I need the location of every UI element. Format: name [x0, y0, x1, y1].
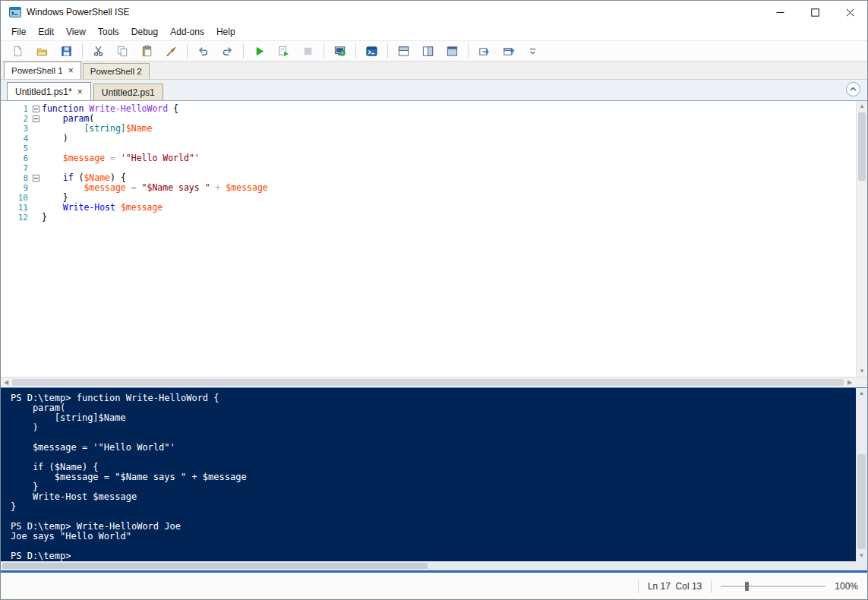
line-number: 9 — [1, 183, 30, 193]
menu-item-tools[interactable]: Tools — [92, 24, 125, 39]
editor-vertical-scrollbar[interactable]: ▲ ▼ — [856, 101, 867, 377]
console-line: $message = "$Name says " + $message — [11, 472, 852, 482]
collapse-script-pane-button[interactable] — [846, 82, 860, 96]
save-script-button[interactable] — [55, 42, 77, 60]
zoom-slider-track — [721, 586, 825, 587]
toolbar-separator — [355, 43, 356, 58]
fold-gutter — [30, 134, 42, 144]
start-powershell-button[interactable] — [361, 42, 382, 60]
open-script-button[interactable] — [31, 42, 52, 60]
token-var: $Name — [84, 172, 110, 183]
undo-button[interactable] — [192, 42, 213, 60]
editor-hscroll-thumb[interactable] — [12, 379, 844, 386]
fold-collapse-button[interactable] — [30, 114, 42, 124]
line-number: 6 — [1, 153, 30, 163]
token-op: = — [105, 153, 121, 163]
token-pl — [42, 123, 84, 134]
line-number: 8 — [1, 173, 30, 183]
code-text[interactable]: } — [42, 213, 47, 223]
fold-minus-icon — [33, 115, 39, 122]
scroll-up-icon[interactable]: ▲ — [857, 101, 867, 112]
script-pane-max-button[interactable] — [441, 42, 462, 60]
token-pl: ) — [42, 133, 68, 144]
console-scroll-down-icon[interactable]: ▼ — [856, 551, 867, 561]
powershell-tab-2[interactable]: PowerShell 2 — [83, 63, 150, 79]
cut-icon — [92, 45, 105, 58]
run-selection-icon — [277, 45, 290, 58]
fold-gutter — [30, 213, 42, 223]
console-vscroll-thumb[interactable] — [857, 454, 866, 549]
token-var: $message — [226, 182, 267, 193]
paste-button[interactable] — [136, 42, 157, 60]
code-text[interactable]: ) — [42, 134, 68, 144]
code-text[interactable]: $message = "$Name says " + $message — [42, 183, 268, 193]
fold-collapse-button[interactable] — [30, 104, 42, 114]
fold-collapse-button[interactable] — [30, 173, 42, 183]
powershell-tab-1[interactable]: PowerShell 1× — [4, 62, 81, 79]
scroll-right-icon[interactable]: ▶ — [844, 377, 855, 387]
powershell-ise-app-icon[interactable] — [8, 5, 22, 19]
token-pl — [115, 202, 121, 213]
close-button[interactable] — [832, 1, 867, 24]
menu-item-edit[interactable]: Edit — [32, 24, 60, 39]
console-line: Joe says "Hello World" — [11, 532, 852, 542]
console-horizontal-scrollbar[interactable] — [1, 561, 867, 570]
zoom-slider-thumb[interactable] — [745, 582, 749, 591]
show-command-window-icon — [478, 45, 491, 58]
script-pane-top-button[interactable] — [393, 42, 414, 60]
show-script-pane-button[interactable] — [497, 42, 519, 60]
console-pane[interactable]: PS D:\temp> function Write-HelloWord { p… — [1, 387, 867, 561]
script-pane-right-button[interactable] — [417, 42, 438, 60]
console-hscroll-thumb[interactable] — [2, 563, 428, 569]
toolbar-overflow-button[interactable] — [522, 42, 543, 60]
powershell-tab-bar: PowerShell 1×PowerShell 2 — [1, 62, 867, 80]
fold-gutter — [30, 144, 42, 153]
new-remote-powershell-tab-button[interactable] — [329, 42, 350, 60]
code-text[interactable]: $message = '"Hello World"' — [42, 153, 200, 163]
copy-button[interactable] — [112, 42, 133, 60]
toolbar-separator — [324, 43, 324, 58]
menu-item-help[interactable]: Help — [210, 24, 241, 39]
script-file-tab-2[interactable]: Untitled2.ps1 — [93, 84, 163, 100]
minimize-button[interactable] — [762, 1, 797, 24]
run-script-button[interactable] — [248, 42, 270, 60]
stop-operation-button[interactable] — [297, 42, 318, 60]
editor-line: 7 — [1, 163, 867, 173]
editor-line: 3 [string]$Name — [1, 124, 867, 134]
editor-horizontal-scrollbar[interactable]: ◀ ▶ — [1, 377, 867, 387]
menu-item-view[interactable]: View — [60, 24, 92, 39]
script-editor[interactable]: 1function Write-HelloWord {2 param(3 [st… — [1, 100, 867, 377]
editor-line: 4 ) — [1, 134, 867, 144]
tab-close-icon[interactable]: × — [68, 67, 74, 74]
close-icon — [846, 8, 854, 17]
zoom-slider[interactable] — [721, 579, 825, 593]
run-script-icon — [253, 45, 266, 58]
editor-line: 1function Write-HelloWord { — [1, 104, 867, 114]
scroll-left-icon[interactable]: ◀ — [1, 377, 11, 387]
console-scroll-up-icon[interactable]: ▲ — [856, 388, 867, 399]
clear-console-button[interactable] — [160, 42, 181, 60]
new-script-button[interactable] — [7, 42, 28, 60]
menu-item-debug[interactable]: Debug — [125, 24, 164, 39]
menu-item-add-ons[interactable]: Add-ons — [164, 24, 210, 39]
scroll-down-icon[interactable]: ▼ — [857, 366, 867, 377]
show-command-window-button[interactable] — [473, 42, 494, 60]
editor-vscroll-thumb[interactable] — [858, 112, 866, 181]
line-number: 2 — [1, 114, 30, 124]
start-powershell-icon — [365, 45, 378, 58]
code-text[interactable]: Write-Host $message — [42, 203, 163, 213]
redo-button[interactable] — [216, 42, 238, 60]
console-vertical-scrollbar[interactable]: ▲ ▼ — [856, 388, 867, 561]
script-file-tab-1[interactable]: Untitled1.ps1*× — [7, 82, 91, 100]
maximize-button[interactable] — [797, 1, 832, 24]
tab-close-icon[interactable]: × — [77, 88, 83, 96]
show-script-pane-icon — [502, 45, 515, 58]
script-tab-bar: Untitled1.ps1*×Untitled2.ps1 — [1, 80, 867, 100]
save-script-icon — [60, 45, 73, 58]
menu-item-file[interactable]: File — [5, 24, 32, 39]
cut-button[interactable] — [87, 42, 109, 60]
fold-gutter — [30, 203, 42, 213]
run-selection-button[interactable] — [273, 42, 294, 60]
script-pane: Untitled1.ps1*×Untitled2.ps1 1function W… — [1, 80, 867, 387]
console-line: PS D:\temp> Write-HelloWord Joe — [11, 522, 852, 532]
